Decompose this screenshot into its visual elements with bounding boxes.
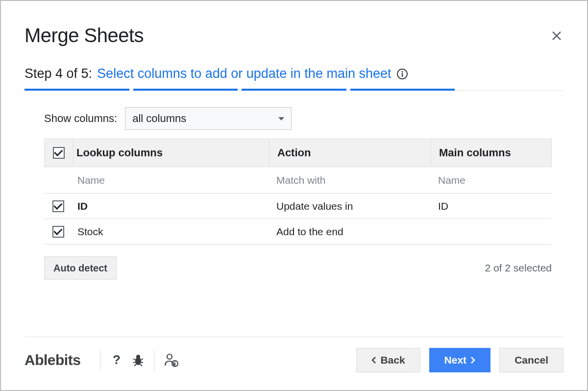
progress-seg-5: [459, 89, 564, 91]
svg-line-13: [140, 364, 142, 366]
help-button[interactable]: ?: [109, 353, 124, 367]
merge-sheets-dialog: Merge Sheets Step 4 of 5: Select columns…: [0, 0, 588, 391]
svg-point-7: [136, 355, 140, 359]
svg-point-3: [402, 71, 403, 73]
table-row[interactable]: Stock Add to the end: [44, 219, 552, 244]
row-action: Add to the end: [269, 226, 430, 238]
step-prefix: Step 4 of 5:: [24, 66, 92, 81]
selected-count: 2 of 2 selected: [485, 262, 552, 274]
header-action: Action: [269, 139, 431, 167]
svg-text:?: ?: [113, 353, 121, 367]
step-description: Select columns to add or update in the m…: [97, 66, 391, 81]
footer-buttons: Back Next Cancel: [356, 348, 564, 372]
cancel-button[interactable]: Cancel: [499, 348, 564, 372]
select-all-cell: [45, 147, 73, 159]
divider: [100, 350, 100, 370]
header-main: Main columns: [431, 139, 551, 167]
table-row[interactable]: ID Update values in ID: [44, 194, 552, 219]
row-main-name: ID: [430, 200, 552, 212]
info-icon: [396, 68, 408, 80]
svg-line-9: [141, 359, 143, 360]
progress-seg-1: [24, 89, 129, 91]
divider: [154, 350, 155, 370]
check-icon: [53, 226, 62, 235]
row-lookup-name: ID: [73, 200, 269, 212]
progress-seg-2: [133, 89, 238, 91]
title-bar: Merge Sheets: [24, 24, 564, 47]
svg-point-16: [174, 362, 175, 363]
row-checkbox[interactable]: [52, 200, 64, 212]
row-lookup-name: Stock: [73, 226, 269, 238]
header-lookup: Lookup columns: [73, 139, 269, 167]
help-icon: ?: [112, 353, 122, 367]
svg-line-10: [133, 362, 136, 363]
close-button[interactable]: [550, 29, 564, 43]
svg-line-8: [133, 359, 136, 360]
back-button[interactable]: Back: [356, 348, 420, 372]
auto-detect-button[interactable]: Auto detect: [44, 256, 117, 280]
show-columns-value: all columns: [132, 112, 186, 125]
back-label: Back: [380, 354, 405, 366]
columns-table: Lookup columns Action Main columns Name …: [44, 139, 552, 244]
close-icon: [551, 30, 562, 41]
show-columns-dropdown[interactable]: all columns: [125, 107, 292, 130]
footer-divider: [24, 337, 564, 337]
svg-rect-17: [174, 363, 175, 366]
progress-bar: [24, 88, 564, 91]
svg-line-12: [134, 364, 136, 366]
svg-rect-4: [402, 73, 403, 77]
next-button[interactable]: Next: [429, 348, 491, 372]
show-columns-label: Show columns:: [44, 112, 117, 125]
filter-row: Show columns: all columns: [44, 107, 564, 130]
check-icon: [53, 200, 62, 209]
subheader-action: Match with: [269, 174, 430, 186]
footer-left: Ablebits ?: [24, 350, 178, 370]
chevron-left-icon: [371, 356, 376, 364]
table-controls: Auto detect 2 of 2 selected: [44, 256, 552, 280]
subheader-lookup: Name: [73, 174, 269, 186]
info-button[interactable]: [396, 68, 409, 80]
step-heading: Step 4 of 5: Select columns to add or up…: [24, 66, 564, 81]
svg-point-14: [167, 354, 172, 359]
check-icon: [54, 147, 63, 156]
account-button[interactable]: [164, 353, 178, 367]
subheader-main: Name: [430, 174, 552, 186]
progress-seg-4: [350, 89, 455, 91]
chevron-down-icon: [278, 117, 284, 121]
progress-seg-3: [242, 89, 346, 91]
bug-button[interactable]: [131, 353, 146, 367]
brand-label: Ablebits: [24, 352, 91, 368]
dialog-title: Merge Sheets: [24, 24, 144, 47]
footer: Ablebits ? Back Next: [24, 337, 564, 372]
chevron-right-icon: [470, 356, 475, 364]
row-action: Update values in: [269, 200, 430, 212]
next-label: Next: [444, 354, 467, 366]
table-subheader-row: Name Match with Name: [44, 167, 552, 194]
select-all-checkbox[interactable]: [53, 147, 65, 159]
bug-icon: [132, 354, 145, 367]
table-header-row: Lookup columns Action Main columns: [44, 139, 552, 167]
row-checkbox[interactable]: [52, 226, 64, 238]
svg-line-11: [141, 362, 143, 363]
person-info-icon: [164, 353, 178, 367]
